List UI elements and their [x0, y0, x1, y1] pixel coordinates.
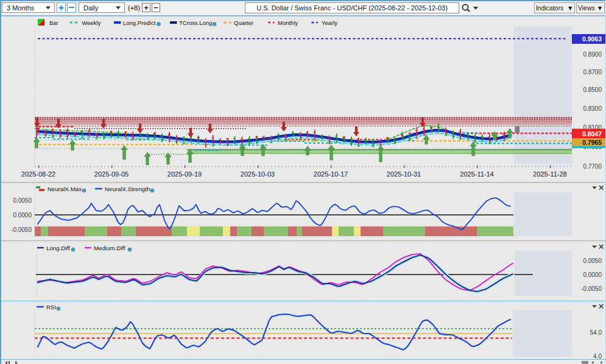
svg-text:Long.Predict: Long.Predict: [123, 19, 156, 26]
svg-text:0.8900: 0.8900: [583, 51, 602, 58]
svg-text:2025-11-14: 2025-11-14: [460, 170, 493, 178]
svg-text:4.0: 4.0: [593, 353, 602, 359]
svg-text:0.0050: 0.0050: [13, 197, 32, 204]
svg-text:-0.0050: -0.0050: [11, 226, 32, 233]
svg-text:54.0: 54.0: [590, 329, 602, 336]
svg-text:0.0000: 0.0000: [583, 271, 602, 278]
svg-text:TCross.Long: TCross.Long: [179, 19, 212, 26]
svg-text:-0.0050: -0.0050: [581, 285, 602, 292]
svg-text:2025-09-05: 2025-09-05: [94, 170, 129, 178]
svg-text:0.8700: 0.8700: [583, 69, 602, 75]
svg-text:0.8300: 0.8300: [583, 105, 602, 112]
svg-text:0.8047: 0.8047: [582, 130, 602, 138]
svg-text:Yearly: Yearly: [322, 19, 337, 26]
svg-text:2025-09-19: 2025-09-19: [167, 170, 202, 178]
svg-text:0.0050: 0.0050: [583, 257, 602, 264]
svg-text:NeuralX.Strength: NeuralX.Strength: [105, 186, 150, 192]
svg-text:Quarter: Quarter: [234, 19, 253, 26]
svg-text:0.0000: 0.0000: [13, 212, 32, 219]
svg-text:Weekly: Weekly: [82, 19, 101, 26]
svg-text:Bar: Bar: [49, 19, 58, 26]
svg-text:2025-11-28: 2025-11-28: [533, 170, 566, 178]
svg-text:Monthly: Monthly: [278, 19, 298, 26]
svg-text:NeuralX.Max: NeuralX.Max: [48, 186, 82, 192]
svg-text:0.8500: 0.8500: [583, 86, 602, 93]
svg-text:Long.Diff: Long.Diff: [46, 245, 70, 251]
svg-text:2025-10-31: 2025-10-31: [387, 170, 421, 178]
svg-text:0.9063: 0.9063: [582, 35, 602, 43]
svg-text:0.7965: 0.7965: [582, 139, 602, 146]
svg-text:2025-08-22: 2025-08-22: [21, 170, 55, 178]
svg-text:Medium.Diff: Medium.Diff: [94, 245, 125, 251]
svg-text:0.7700: 0.7700: [583, 163, 602, 170]
svg-text:2025-10-03: 2025-10-03: [241, 170, 275, 178]
svg-text:RSI: RSI: [46, 304, 56, 310]
svg-text:2025-10-17: 2025-10-17: [314, 170, 348, 178]
